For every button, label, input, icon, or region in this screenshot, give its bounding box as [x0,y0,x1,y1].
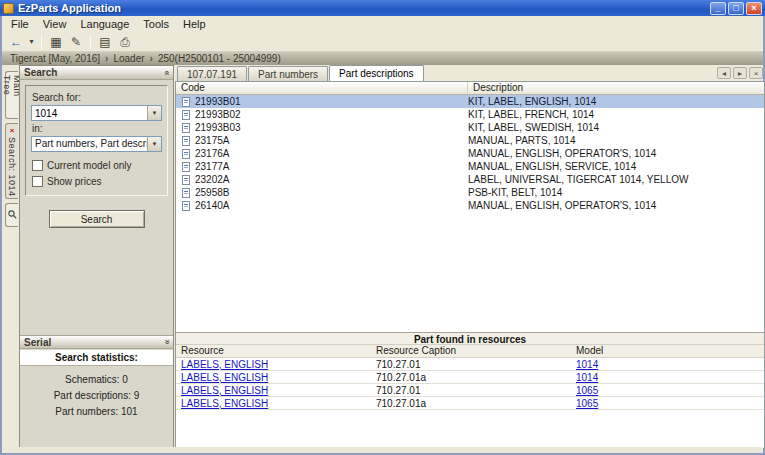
part-code: 25958B [195,187,468,198]
close-button[interactable]: × [746,2,762,15]
part-code: 23177A [195,161,468,172]
close-search-tab-icon[interactable]: × [10,127,15,135]
resource-link[interactable]: LABELS, ENGLISH [181,398,268,409]
edit-icon[interactable]: ✎ [66,33,86,50]
part-icon [182,110,190,120]
part-code: 21993B01 [195,96,468,107]
parts-table-header: Code Description [176,82,764,95]
part-row[interactable]: 26140A MANUAL, ENGLISH, OPERATOR'S, 1014 [176,199,764,212]
document-tab[interactable]: 107.07.191 [177,66,247,81]
part-description: MANUAL, ENGLISH, OPERATOR'S, 1014 [468,200,764,211]
search-input[interactable] [32,106,147,120]
minimize-button[interactable]: _ [710,2,726,15]
sidebar-tab-search[interactable]: × Search: 1014 [5,123,18,199]
checkbox[interactable] [32,160,43,171]
search-options: Current model only Show prices [31,160,162,187]
menu-item[interactable]: Help [176,16,213,32]
part-description: MANUAL, ENGLISH, SERVICE, 1014 [468,161,764,172]
expand-panel-icon[interactable]: « [161,339,171,344]
breadcrumb-item[interactable]: Loader [113,53,144,64]
toolbar-separator [90,35,91,49]
part-description: KIT, LABEL, SWEDISH, 1014 [468,122,764,133]
part-row[interactable]: 23176A MANUAL, ENGLISH, OPERATOR'S, 1014 [176,147,764,160]
search-statistics-title: Search statistics: [20,350,173,366]
column-header-code[interactable]: Code [176,82,468,94]
column-header-resource-caption[interactable]: Resource Caption [373,345,573,357]
dropdown-icon[interactable]: ▼ [147,106,161,120]
part-description: PSB-KIT, BELT, 1014 [468,187,764,198]
menu-item[interactable]: File [4,16,36,32]
menu-item[interactable]: View [36,16,74,32]
menu-item[interactable]: Tools [136,16,176,32]
sidebar-tab-main-tree[interactable]: Main Tree [5,71,18,119]
breadcrumb-item[interactable]: 250(H2500101 - 25004999) [158,53,281,64]
serial-panel-header[interactable]: Serial « [20,335,173,349]
part-row[interactable]: 25958B PSB-KIT, BELT, 1014 [176,186,764,199]
main-area: 107.07.191Part numbersPart descriptions … [175,65,765,449]
model-link[interactable]: 1065 [576,385,598,396]
part-row[interactable]: 21993B03 KIT, LABEL, SWEDISH, 1014 [176,121,764,134]
part-descriptions-view: Code Description 21993B01 KIT, LABEL, EN… [175,81,765,449]
part-row[interactable]: 21993B02 KIT, LABEL, FRENCH, 1014 [176,108,764,121]
model-link[interactable]: 1014 [576,372,598,383]
print-icon[interactable]: ⎙ [115,33,135,50]
part-icon [182,201,190,211]
back-dropdown-icon[interactable]: ▾ [26,33,37,50]
search-scope-combo[interactable]: Part numbers, Part descriptio... ▼ [31,136,162,152]
breadcrumb-item[interactable]: Tigercat [May, 2016] [10,53,100,64]
page-setup-icon[interactable]: ▤ [95,33,115,50]
sidebar: Main Tree × Search: 1014 Search « Search [4,65,174,449]
dropdown-icon[interactable]: ▼ [147,137,161,151]
column-header-model[interactable]: Model [573,345,764,357]
resource-caption: 710.27.01a [373,372,573,383]
search-statistics: Schematics: 0Part descriptions: 9Part nu… [20,372,173,420]
part-description: KIT, LABEL, FRENCH, 1014 [468,109,764,120]
part-icon [182,162,190,172]
column-header-description[interactable]: Description [468,82,764,94]
checkbox-option[interactable]: Show prices [32,176,162,187]
part-row[interactable]: 23202A LABEL, UNIVERSAL, TIGERCAT 1014, … [176,173,764,186]
document-tab[interactable]: Part numbers [248,66,328,81]
checkbox-option[interactable]: Current model only [32,160,162,171]
toolbar: ← ▾ ▦ ✎ ▤ ⎙ [2,32,763,52]
report-icon[interactable]: ▦ [46,33,66,50]
maximize-button[interactable]: □ [728,2,744,15]
part-icon [182,136,190,146]
search-button[interactable]: Search [49,210,145,228]
close-tab-icon[interactable]: × [749,67,763,79]
search-panel-header[interactable]: Search « [20,66,173,80]
part-description: KIT, LABEL, ENGLISH, 1014 [468,96,764,107]
part-code: 26140A [195,200,468,211]
search-form: Search for: ▼ in: Part numbers, Part des… [20,80,173,233]
sidebar-tab-quick-search[interactable] [5,203,18,227]
document-tab[interactable]: Part descriptions [329,65,423,81]
search-scope-value: Part numbers, Part descriptio... [32,137,147,151]
model-link[interactable]: 1065 [576,398,598,409]
part-row[interactable]: 21993B01 KIT, LABEL, ENGLISH, 1014 [176,95,764,108]
resource-link[interactable]: LABELS, ENGLISH [181,372,268,383]
resource-link[interactable]: LABELS, ENGLISH [181,385,268,396]
model-link[interactable]: 1014 [576,359,598,370]
resources-section: Part found in resources Resource Resourc… [176,332,764,410]
search-panel-title: Search [24,67,164,78]
part-row[interactable]: 23177A MANUAL, ENGLISH, SERVICE, 1014 [176,160,764,173]
part-icon [182,149,190,159]
serial-panel-title: Serial [24,337,164,348]
breadcrumb: › Tigercat [May, 2016] › Loader › 250(H2… [2,52,763,65]
checkbox[interactable] [32,176,43,187]
scroll-tabs-left-icon[interactable]: ◂ [717,67,731,79]
dock-tab-strip: Main Tree × Search: 1014 [4,65,19,449]
part-row[interactable]: 23175A MANUAL, PARTS, 1014 [176,134,764,147]
back-icon[interactable]: ← [6,33,26,50]
menu-item[interactable]: Language [73,16,136,32]
search-panel: Search « Search for: ▼ in: Part numbers,… [19,65,174,449]
column-header-resource[interactable]: Resource [176,345,373,357]
statistic-item: Part numbers: 101 [20,404,173,420]
tab-tools: ◂ ▸ × [717,67,763,79]
sidebar-tab-label: Search: 1014 [7,137,17,197]
scroll-tabs-right-icon[interactable]: ▸ [733,67,747,79]
resource-link[interactable]: LABELS, ENGLISH [181,359,268,370]
collapse-panel-icon[interactable]: « [161,70,171,75]
checkbox-label: Current model only [47,160,131,171]
document-tab-bar: 107.07.191Part numbersPart descriptions … [175,65,765,81]
